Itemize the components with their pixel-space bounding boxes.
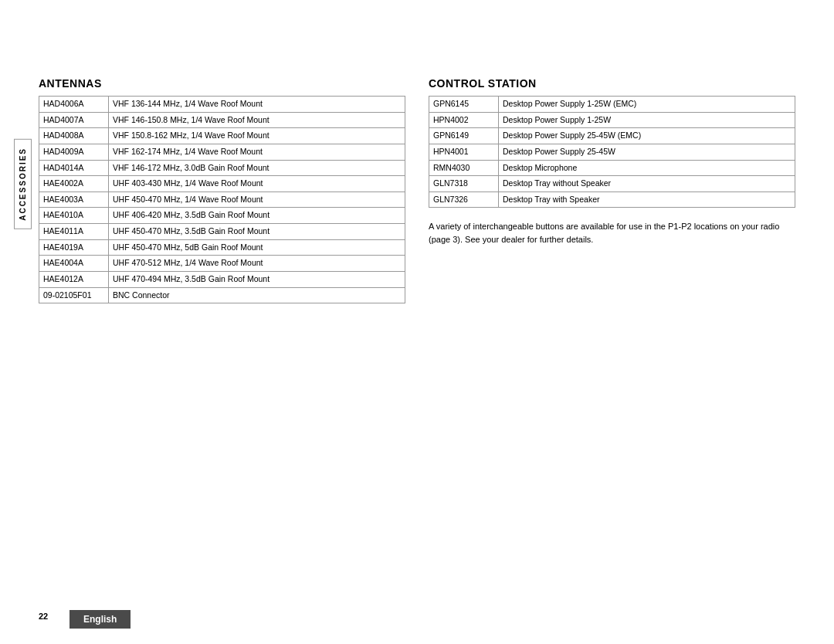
- control-description: Desktop Power Supply 1-25W: [499, 112, 795, 128]
- accessories-label: ACCESSORIES: [14, 139, 32, 229]
- table-row: RMN4030 Desktop Microphone: [429, 160, 795, 176]
- table-row: HPN4001 Desktop Power Supply 25-45W: [429, 144, 795, 160]
- antenna-code: HAE4012A: [39, 272, 109, 288]
- antenna-code: 09-02105F01: [39, 287, 109, 303]
- table-row: HAD4009A VHF 162-174 MHz, 1/4 Wave Roof …: [39, 144, 405, 160]
- control-code: GLN7318: [429, 176, 499, 192]
- antennas-title: ANTENNAS: [39, 77, 405, 90]
- antenna-code: HAD4009A: [39, 144, 109, 160]
- control-station-table: GPN6145 Desktop Power Supply 1-25W (EMC)…: [429, 96, 795, 208]
- table-row: HAE4012A UHF 470-494 MHz, 3.5dB Gain Roo…: [39, 272, 405, 288]
- table-row: HAE4019A UHF 450-470 MHz, 5dB Gain Roof …: [39, 239, 405, 256]
- table-row: HAE4003A UHF 450-470 MHz, 1/4 Wave Roof …: [39, 192, 405, 208]
- table-row: GPN6145 Desktop Power Supply 1-25W (EMC): [429, 97, 795, 113]
- antenna-code: HAD4014A: [39, 160, 109, 176]
- antenna-description: UHF 450-470 MHz, 3.5dB Gain Roof Mount: [109, 224, 405, 240]
- table-row: GLN7326 Desktop Tray with Speaker: [429, 192, 795, 208]
- antenna-code: HAE4011A: [39, 224, 109, 240]
- antenna-code: HAD4006A: [39, 97, 109, 113]
- table-row: HAD4008A VHF 150.8-162 MHz, 1/4 Wave Roo…: [39, 128, 405, 144]
- table-row: HAE4002A UHF 403-430 MHz, 1/4 Wave Roof …: [39, 176, 405, 192]
- page: ACCESSORIES ANTENNAS HAD4006A VHF 136-14…: [0, 0, 834, 644]
- control-description: Desktop Power Supply 1-25W (EMC): [499, 97, 795, 113]
- control-code: RMN4030: [429, 160, 499, 176]
- control-description: Desktop Tray without Speaker: [499, 176, 795, 192]
- control-description: Desktop Microphone: [499, 160, 795, 176]
- table-row: GPN6149 Desktop Power Supply 25-45W (EMC…: [429, 128, 795, 144]
- table-row: 09-02105F01 BNC Connector: [39, 287, 405, 303]
- antennas-table: HAD4006A VHF 136-144 MHz, 1/4 Wave Roof …: [39, 96, 405, 303]
- control-station-section: CONTROL STATION GPN6145 Desktop Power Su…: [429, 77, 795, 303]
- antenna-description: UHF 450-470 MHz, 1/4 Wave Roof Mount: [109, 192, 405, 208]
- control-code: HPN4002: [429, 112, 499, 128]
- table-row: HAD4007A VHF 146-150.8 MHz, 1/4 Wave Roo…: [39, 112, 405, 128]
- accessories-sidebar: ACCESSORIES: [14, 139, 32, 229]
- antenna-code: HAE4002A: [39, 176, 109, 192]
- control-station-title: CONTROL STATION: [429, 77, 795, 90]
- control-description: Desktop Power Supply 25-45W: [499, 144, 795, 160]
- english-button[interactable]: English: [70, 610, 131, 629]
- antenna-code: HAE4010A: [39, 208, 109, 224]
- table-row: HPN4002 Desktop Power Supply 1-25W: [429, 112, 795, 128]
- control-code: HPN4001: [429, 144, 499, 160]
- antenna-description: UHF 406-420 MHz, 3.5dB Gain Roof Mount: [109, 208, 405, 224]
- antenna-description: UHF 470-494 MHz, 3.5dB Gain Roof Mount: [109, 272, 405, 288]
- table-row: HAD4014A VHF 146-172 MHz, 3.0dB Gain Roo…: [39, 160, 405, 176]
- antenna-description: UHF 450-470 MHz, 5dB Gain Roof Mount: [109, 239, 405, 256]
- table-row: HAE4011A UHF 450-470 MHz, 3.5dB Gain Roo…: [39, 224, 405, 240]
- antenna-description: VHF 136-144 MHz, 1/4 Wave Roof Mount: [109, 97, 405, 113]
- antenna-description: VHF 162-174 MHz, 1/4 Wave Roof Mount: [109, 144, 405, 160]
- control-description: Desktop Tray with Speaker: [499, 192, 795, 208]
- page-number: 22: [39, 612, 48, 621]
- table-row: HAE4010A UHF 406-420 MHz, 3.5dB Gain Roo…: [39, 208, 405, 224]
- description-text: A variety of interchangeable buttons are…: [429, 220, 795, 246]
- antenna-description: BNC Connector: [109, 287, 405, 303]
- antenna-description: UHF 403-430 MHz, 1/4 Wave Roof Mount: [109, 176, 405, 192]
- table-row: GLN7318 Desktop Tray without Speaker: [429, 176, 795, 192]
- control-code: GPN6145: [429, 97, 499, 113]
- antenna-code: HAE4003A: [39, 192, 109, 208]
- main-content: ANTENNAS HAD4006A VHF 136-144 MHz, 1/4 W…: [39, 77, 795, 582]
- antenna-description: VHF 146-150.8 MHz, 1/4 Wave Roof Mount: [109, 112, 405, 128]
- antenna-code: HAE4004A: [39, 256, 109, 272]
- control-code: GLN7326: [429, 192, 499, 208]
- antenna-description: UHF 470-512 MHz, 1/4 Wave Roof Mount: [109, 256, 405, 272]
- antenna-code: HAD4007A: [39, 112, 109, 128]
- antenna-description: VHF 146-172 MHz, 3.0dB Gain Roof Mount: [109, 160, 405, 176]
- columns-layout: ANTENNAS HAD4006A VHF 136-144 MHz, 1/4 W…: [39, 77, 795, 303]
- antenna-code: HAD4008A: [39, 128, 109, 144]
- antenna-code: HAE4019A: [39, 239, 109, 256]
- antennas-section: ANTENNAS HAD4006A VHF 136-144 MHz, 1/4 W…: [39, 77, 405, 303]
- control-code: GPN6149: [429, 128, 499, 144]
- table-row: HAD4006A VHF 136-144 MHz, 1/4 Wave Roof …: [39, 97, 405, 113]
- table-row: HAE4004A UHF 470-512 MHz, 1/4 Wave Roof …: [39, 256, 405, 272]
- control-description: Desktop Power Supply 25-45W (EMC): [499, 128, 795, 144]
- antenna-description: VHF 150.8-162 MHz, 1/4 Wave Roof Mount: [109, 128, 405, 144]
